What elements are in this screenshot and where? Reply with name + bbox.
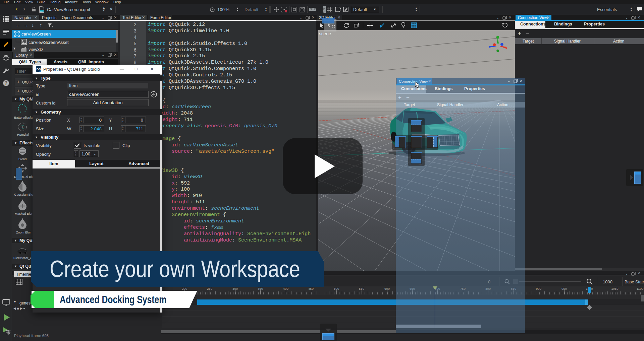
svg-text:qml: qml — [40, 10, 43, 12]
svg-text:DS: DS — [36, 67, 41, 71]
svg-text:?: ? — [5, 80, 8, 86]
svg-text:A: A — [21, 126, 23, 129]
